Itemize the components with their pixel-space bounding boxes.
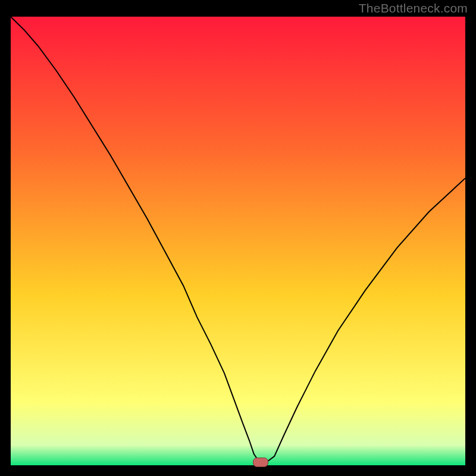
watermark-text: TheBottleneck.com xyxy=(359,1,468,15)
chart-frame: TheBottleneck.com xyxy=(0,0,476,476)
gradient-field xyxy=(11,17,465,465)
minimum-marker xyxy=(253,458,268,467)
bottleneck-plot xyxy=(11,17,465,465)
